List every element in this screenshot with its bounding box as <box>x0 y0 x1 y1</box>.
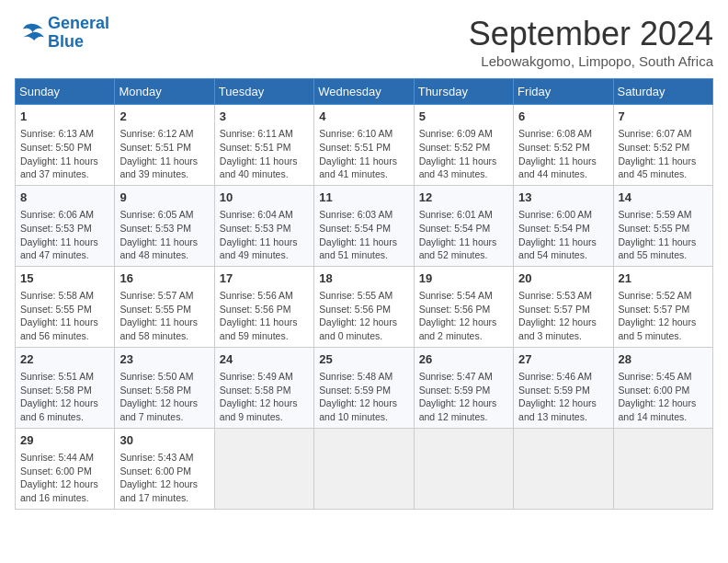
day-info: Sunrise: 5:45 AM Sunset: 6:00 PM Dayligh… <box>619 370 708 424</box>
day-number: 10 <box>220 190 309 206</box>
day-info: Sunrise: 6:03 AM Sunset: 5:54 PM Dayligh… <box>319 208 408 262</box>
logo: General Blue <box>15 15 109 52</box>
week-row-1: 1Sunrise: 6:13 AM Sunset: 5:50 PM Daylig… <box>16 105 713 186</box>
week-row-5: 29Sunrise: 5:44 AM Sunset: 6:00 PM Dayli… <box>16 428 713 509</box>
day-cell: 22Sunrise: 5:51 AM Sunset: 5:58 PM Dayli… <box>16 347 115 428</box>
day-cell: 24Sunrise: 5:49 AM Sunset: 5:58 PM Dayli… <box>214 347 313 428</box>
day-info: Sunrise: 5:55 AM Sunset: 5:56 PM Dayligh… <box>319 289 408 343</box>
day-number: 6 <box>518 109 608 125</box>
day-cell: 12Sunrise: 6:01 AM Sunset: 5:54 PM Dayli… <box>414 185 513 266</box>
logo-icon <box>15 20 44 46</box>
day-info: Sunrise: 5:43 AM Sunset: 6:00 PM Dayligh… <box>119 451 209 505</box>
day-cell: 15Sunrise: 5:58 AM Sunset: 5:55 PM Dayli… <box>16 266 115 347</box>
day-cell <box>214 428 313 509</box>
day-cell: 10Sunrise: 6:04 AM Sunset: 5:53 PM Dayli… <box>214 185 313 266</box>
day-number: 25 <box>319 351 408 368</box>
day-info: Sunrise: 5:52 AM Sunset: 5:57 PM Dayligh… <box>619 289 708 343</box>
day-number: 23 <box>119 351 209 368</box>
day-number: 5 <box>419 109 508 125</box>
column-header-saturday: Saturday <box>613 79 712 105</box>
day-info: Sunrise: 5:46 AM Sunset: 5:59 PM Dayligh… <box>518 370 608 424</box>
day-number: 28 <box>619 351 708 368</box>
day-number: 8 <box>20 190 109 206</box>
week-row-2: 8Sunrise: 6:06 AM Sunset: 5:53 PM Daylig… <box>16 185 713 266</box>
day-number: 13 <box>518 190 608 206</box>
day-cell: 27Sunrise: 5:46 AM Sunset: 5:59 PM Dayli… <box>514 347 613 428</box>
day-cell <box>514 428 613 509</box>
day-number: 1 <box>20 109 109 125</box>
day-info: Sunrise: 6:08 AM Sunset: 5:52 PM Dayligh… <box>518 127 608 181</box>
day-info: Sunrise: 6:11 AM Sunset: 5:51 PM Dayligh… <box>220 127 309 181</box>
day-info: Sunrise: 5:58 AM Sunset: 5:55 PM Dayligh… <box>20 289 109 343</box>
day-cell: 19Sunrise: 5:54 AM Sunset: 5:56 PM Dayli… <box>414 266 513 347</box>
day-cell: 11Sunrise: 6:03 AM Sunset: 5:54 PM Dayli… <box>314 185 414 266</box>
week-row-4: 22Sunrise: 5:51 AM Sunset: 5:58 PM Dayli… <box>16 347 713 428</box>
day-cell <box>414 428 513 509</box>
day-info: Sunrise: 5:56 AM Sunset: 5:56 PM Dayligh… <box>220 289 309 343</box>
day-number: 29 <box>20 432 109 449</box>
day-number: 14 <box>619 190 708 206</box>
location-subtitle: Lebowakgomo, Limpopo, South Africa <box>469 53 713 69</box>
day-number: 17 <box>220 270 309 287</box>
day-cell: 17Sunrise: 5:56 AM Sunset: 5:56 PM Dayli… <box>214 266 313 347</box>
day-cell: 7Sunrise: 6:07 AM Sunset: 5:52 PM Daylig… <box>613 105 712 186</box>
day-info: Sunrise: 5:50 AM Sunset: 5:58 PM Dayligh… <box>119 370 209 424</box>
day-cell: 25Sunrise: 5:48 AM Sunset: 5:59 PM Dayli… <box>314 347 414 428</box>
day-info: Sunrise: 6:01 AM Sunset: 5:54 PM Dayligh… <box>419 208 508 262</box>
column-header-wednesday: Wednesday <box>314 79 414 105</box>
day-number: 22 <box>20 351 109 368</box>
day-number: 20 <box>518 270 608 287</box>
column-header-friday: Friday <box>514 79 613 105</box>
day-number: 21 <box>619 270 708 287</box>
day-info: Sunrise: 5:57 AM Sunset: 5:55 PM Dayligh… <box>119 289 209 343</box>
calendar-header-row: SundayMondayTuesdayWednesdayThursdayFrid… <box>16 79 713 105</box>
day-info: Sunrise: 5:59 AM Sunset: 5:55 PM Dayligh… <box>619 208 708 262</box>
day-number: 19 <box>419 270 508 287</box>
day-number: 16 <box>119 270 209 287</box>
column-header-sunday: Sunday <box>16 79 115 105</box>
day-number: 24 <box>220 351 309 368</box>
day-info: Sunrise: 6:06 AM Sunset: 5:53 PM Dayligh… <box>20 208 109 262</box>
day-cell: 21Sunrise: 5:52 AM Sunset: 5:57 PM Dayli… <box>613 266 712 347</box>
day-info: Sunrise: 6:05 AM Sunset: 5:53 PM Dayligh… <box>119 208 209 262</box>
day-number: 18 <box>319 270 408 287</box>
day-info: Sunrise: 6:12 AM Sunset: 5:51 PM Dayligh… <box>119 127 209 181</box>
day-cell <box>613 428 712 509</box>
day-info: Sunrise: 6:07 AM Sunset: 5:52 PM Dayligh… <box>619 127 708 181</box>
day-cell: 16Sunrise: 5:57 AM Sunset: 5:55 PM Dayli… <box>115 266 214 347</box>
day-info: Sunrise: 5:49 AM Sunset: 5:58 PM Dayligh… <box>220 370 309 424</box>
day-number: 27 <box>518 351 608 368</box>
day-cell: 4Sunrise: 6:10 AM Sunset: 5:51 PM Daylig… <box>314 105 414 186</box>
column-header-thursday: Thursday <box>414 79 513 105</box>
logo-text: General Blue <box>48 15 109 52</box>
month-title: September 2024 <box>469 15 713 53</box>
day-number: 9 <box>119 190 209 206</box>
calendar-table: SundayMondayTuesdayWednesdayThursdayFrid… <box>15 78 713 510</box>
day-info: Sunrise: 6:13 AM Sunset: 5:50 PM Dayligh… <box>20 127 109 181</box>
day-cell: 8Sunrise: 6:06 AM Sunset: 5:53 PM Daylig… <box>16 185 115 266</box>
day-info: Sunrise: 5:54 AM Sunset: 5:56 PM Dayligh… <box>419 289 508 343</box>
day-info: Sunrise: 6:00 AM Sunset: 5:54 PM Dayligh… <box>518 208 608 262</box>
title-block: September 2024 Lebowakgomo, Limpopo, Sou… <box>469 15 713 69</box>
column-header-monday: Monday <box>115 79 214 105</box>
day-info: Sunrise: 5:48 AM Sunset: 5:59 PM Dayligh… <box>319 370 408 424</box>
day-cell: 2Sunrise: 6:12 AM Sunset: 5:51 PM Daylig… <box>115 105 214 186</box>
day-cell: 5Sunrise: 6:09 AM Sunset: 5:52 PM Daylig… <box>414 105 513 186</box>
day-cell: 14Sunrise: 5:59 AM Sunset: 5:55 PM Dayli… <box>613 185 712 266</box>
day-cell: 26Sunrise: 5:47 AM Sunset: 5:59 PM Dayli… <box>414 347 513 428</box>
day-number: 2 <box>119 109 209 125</box>
day-number: 15 <box>20 270 109 287</box>
day-number: 30 <box>119 432 209 449</box>
day-info: Sunrise: 6:04 AM Sunset: 5:53 PM Dayligh… <box>220 208 309 262</box>
day-cell: 3Sunrise: 6:11 AM Sunset: 5:51 PM Daylig… <box>214 105 313 186</box>
day-number: 7 <box>619 109 708 125</box>
day-info: Sunrise: 6:10 AM Sunset: 5:51 PM Dayligh… <box>319 127 408 181</box>
page-header: General Blue September 2024 Lebowakgomo,… <box>15 15 713 69</box>
day-cell: 28Sunrise: 5:45 AM Sunset: 6:00 PM Dayli… <box>613 347 712 428</box>
day-cell: 1Sunrise: 6:13 AM Sunset: 5:50 PM Daylig… <box>16 105 115 186</box>
day-cell: 9Sunrise: 6:05 AM Sunset: 5:53 PM Daylig… <box>115 185 214 266</box>
day-info: Sunrise: 5:53 AM Sunset: 5:57 PM Dayligh… <box>518 289 608 343</box>
day-number: 26 <box>419 351 508 368</box>
day-cell: 6Sunrise: 6:08 AM Sunset: 5:52 PM Daylig… <box>514 105 613 186</box>
day-cell: 13Sunrise: 6:00 AM Sunset: 5:54 PM Dayli… <box>514 185 613 266</box>
